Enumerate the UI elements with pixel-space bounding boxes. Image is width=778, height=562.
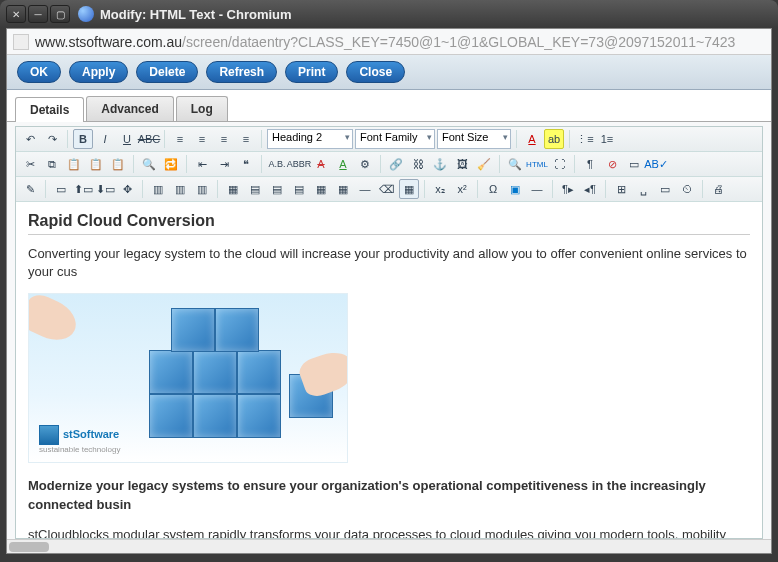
del-icon[interactable]: A — [311, 154, 331, 174]
preview-icon[interactable]: 🔍 — [505, 154, 525, 174]
url-bar[interactable]: www.stsoftware.com.au/screen/dataentry?C… — [7, 29, 771, 55]
insert-date-icon[interactable]: ⏲ — [677, 179, 697, 199]
redo-icon[interactable]: ↷ — [42, 129, 62, 149]
ltr-icon[interactable]: ¶▸ — [558, 179, 578, 199]
close-button[interactable]: Close — [346, 61, 405, 83]
delete-row-icon[interactable]: ▤ — [289, 179, 309, 199]
align-center-icon[interactable]: ≡ — [192, 129, 212, 149]
tab-details[interactable]: Details — [15, 97, 84, 122]
layer-forward-icon[interactable]: ⬆▭ — [73, 179, 93, 199]
pilcrow-icon[interactable]: ¶ — [580, 154, 600, 174]
align-right-icon[interactable]: ≡ — [214, 129, 234, 149]
editor-toolbar-row-1: ↶ ↷ B I U ABC ≡ ≡ ≡ ≡ Heading 2 Font Fam… — [16, 127, 762, 152]
row-before-icon[interactable]: ▤ — [245, 179, 265, 199]
tab-log[interactable]: Log — [176, 96, 228, 121]
spellcheck-icon[interactable]: AB✓ — [646, 154, 666, 174]
scrollbar-thumb[interactable] — [9, 542, 49, 552]
cut-icon[interactable]: ✂ — [20, 154, 40, 174]
page-icon — [13, 34, 29, 50]
content-p2: Modernize your legacy systems to ensure … — [28, 477, 750, 513]
delete-col-icon[interactable]: ▥ — [192, 179, 212, 199]
horizontal-scrollbar[interactable] — [7, 539, 771, 553]
window-maximize-button[interactable]: ▢ — [50, 5, 70, 23]
layer-icon[interactable]: ▭ — [51, 179, 71, 199]
italic-button[interactable]: I — [95, 129, 115, 149]
underline-button[interactable]: U — [117, 129, 137, 149]
window-title: Modify: HTML Text - Chromium — [100, 7, 292, 22]
print-icon[interactable]: 🖨 — [708, 179, 728, 199]
ok-button[interactable]: OK — [17, 61, 61, 83]
print-button[interactable]: Print — [285, 61, 338, 83]
paste-text-icon[interactable]: 📋 — [86, 154, 106, 174]
align-justify-icon[interactable]: ≡ — [236, 129, 256, 149]
row-after-icon[interactable]: ▤ — [267, 179, 287, 199]
superscript-icon[interactable]: x² — [452, 179, 472, 199]
delete-button[interactable]: Delete — [136, 61, 198, 83]
align-left-icon[interactable]: ≡ — [170, 129, 190, 149]
find-icon[interactable]: 🔍 — [139, 154, 159, 174]
font-size-select[interactable]: Font Size — [437, 129, 511, 149]
content-p3: stCloudblocks modular system rapidly tra… — [28, 526, 750, 538]
cleanup-icon[interactable]: 🧹 — [474, 154, 494, 174]
paste-word-icon[interactable]: 📋 — [108, 154, 128, 174]
subscript-icon[interactable]: x₂ — [430, 179, 450, 199]
remove-tag-icon[interactable]: ⊘ — [602, 154, 622, 174]
bullet-list-icon[interactable]: ⋮≡ — [575, 129, 595, 149]
hr-icon[interactable]: — — [355, 179, 375, 199]
merge-cells-icon[interactable]: ▦ — [311, 179, 331, 199]
image-logo: stSoftware sustainable technology — [39, 425, 120, 454]
fullscreen-icon[interactable]: ⛶ — [549, 154, 569, 174]
unlink-icon[interactable]: ⛓ — [408, 154, 428, 174]
refresh-button[interactable]: Refresh — [206, 61, 277, 83]
paste-icon[interactable]: 📋 — [64, 154, 84, 174]
layer-back-icon[interactable]: ⬇▭ — [95, 179, 115, 199]
split-cells-icon[interactable]: ▦ — [333, 179, 353, 199]
number-list-icon[interactable]: 1≡ — [597, 129, 617, 149]
special-char-icon[interactable]: Ω — [483, 179, 503, 199]
editor-toolbar-row-2: ✂ ⧉ 📋 📋 📋 🔍 🔁 ⇤ ⇥ ❝ A.B. ABBR A A ⚙ 🔗 — [16, 152, 762, 177]
action-toolbar: OK Apply Delete Refresh Print Close — [7, 55, 771, 90]
insert-col-after-icon[interactable]: ▥ — [170, 179, 190, 199]
anchor-icon[interactable]: ⚓ — [430, 154, 450, 174]
html-source-button[interactable]: HTML — [527, 154, 547, 174]
indent-icon[interactable]: ⇥ — [214, 154, 234, 174]
media-icon[interactable]: ▣ — [505, 179, 525, 199]
strike-button[interactable]: ABC — [139, 129, 159, 149]
acronym-icon[interactable]: ABBR — [289, 154, 309, 174]
blockquote-icon[interactable]: ❝ — [236, 154, 256, 174]
rtl-icon[interactable]: ◂¶ — [580, 179, 600, 199]
insert-table-icon[interactable]: ▦ — [223, 179, 243, 199]
toggle-1-icon[interactable]: ▭ — [624, 154, 644, 174]
edit-css-icon[interactable]: ✎ — [20, 179, 40, 199]
nbsp-icon[interactable]: ␣ — [633, 179, 653, 199]
font-family-select[interactable]: Font Family — [355, 129, 435, 149]
outdent-icon[interactable]: ⇤ — [192, 154, 212, 174]
image-icon[interactable]: 🖼 — [452, 154, 472, 174]
rich-text-editor: ↶ ↷ B I U ABC ≡ ≡ ≡ ≡ Heading 2 Font Fam… — [15, 126, 763, 539]
layer-abs-icon[interactable]: ✥ — [117, 179, 137, 199]
editor-content[interactable]: Rapid Cloud Conversion Converting your l… — [16, 202, 762, 538]
abbr-icon[interactable]: A.B. — [267, 154, 287, 174]
window-close-button[interactable]: ✕ — [6, 5, 26, 23]
insert-col-before-icon[interactable]: ▥ — [148, 179, 168, 199]
attributes-icon[interactable]: ⚙ — [355, 154, 375, 174]
cite-icon[interactable]: ⊞ — [611, 179, 631, 199]
format-block-select[interactable]: Heading 2 — [267, 129, 353, 149]
remove-format-icon[interactable]: ⌫ — [377, 179, 397, 199]
ins-icon[interactable]: A — [333, 154, 353, 174]
pagebreak-icon[interactable]: — — [527, 179, 547, 199]
replace-icon[interactable]: 🔁 — [161, 154, 181, 174]
link-icon[interactable]: 🔗 — [386, 154, 406, 174]
copy-icon[interactable]: ⧉ — [42, 154, 62, 174]
highlight-color-icon[interactable]: ab — [544, 129, 564, 149]
undo-icon[interactable]: ↶ — [20, 129, 40, 149]
bold-button[interactable]: B — [73, 129, 93, 149]
url-path: /screen/dataentry?CLASS_KEY=7450@1~1@1&G… — [182, 34, 735, 50]
tab-advanced[interactable]: Advanced — [86, 96, 173, 121]
text-color-icon[interactable]: A — [522, 129, 542, 149]
visual-aid-icon[interactable]: ▦ — [399, 179, 419, 199]
apply-button[interactable]: Apply — [69, 61, 128, 83]
template-icon[interactable]: ▭ — [655, 179, 675, 199]
editor-toolbar-row-3: ✎ ▭ ⬆▭ ⬇▭ ✥ ▥ ▥ ▥ ▦ ▤ ▤ ▤ ▦ ▦ — ⌫ ▦ — [16, 177, 762, 202]
window-minimize-button[interactable]: ─ — [28, 5, 48, 23]
